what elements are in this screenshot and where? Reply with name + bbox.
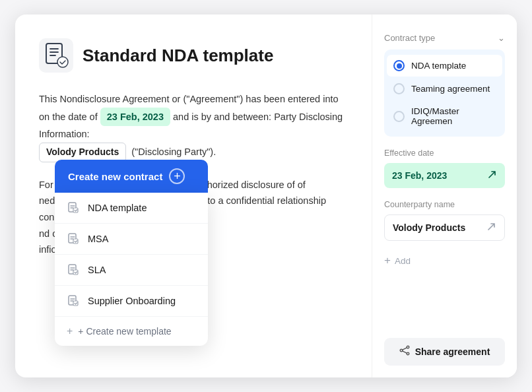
contract-type-section: Contract type ⌄ NDA template Teaming agr… — [384, 33, 505, 137]
contract-type-label: Contract type — [384, 33, 435, 43]
item-label-supplier: Supplier Onboarding — [88, 296, 176, 306]
create-template-label: + Create new template — [78, 326, 171, 337]
counterparty-section: Counterparty name Volody Products — [384, 200, 505, 241]
svg-rect-6 — [73, 239, 78, 244]
doc-icon-msa — [67, 232, 80, 245]
dropdown-item-supplier[interactable]: Supplier Onboarding — [55, 286, 208, 317]
create-new-template-button[interactable]: + + Create new template — [55, 317, 208, 346]
add-plus-icon: + — [384, 254, 391, 267]
doc-icon-supplier — [67, 294, 80, 308]
right-panel: Contract type ⌄ NDA template Teaming agr… — [372, 15, 517, 377]
effective-date-section: Effective date 23 Feb, 2023 — [384, 148, 505, 188]
chevron-down-icon[interactable]: ⌄ — [498, 33, 505, 43]
radio-button-teaming — [393, 83, 405, 94]
dropdown-menu: NDA template MSA SLA — [55, 193, 208, 346]
trigger-label: Create new contract — [68, 171, 162, 182]
radio-teaming-agreement[interactable]: Teaming agreement — [387, 78, 502, 100]
share-button-label: Share agreement — [415, 346, 490, 357]
effective-date-field[interactable]: 23 Feb, 2023 — [384, 163, 505, 188]
left-panel: Standard NDA template This Nondisclosure… — [15, 15, 372, 377]
date-chip: 23 Feb, 2023 — [100, 108, 170, 127]
add-label: Add — [395, 256, 411, 266]
radio-idiq[interactable]: IDIQ/Master Agreemen — [387, 101, 502, 131]
counterparty-value: Volody Products — [393, 222, 465, 233]
doc-icon-sla — [67, 263, 80, 277]
add-row[interactable]: + Add — [384, 253, 505, 269]
app-container: Standard NDA template This Nondisclosure… — [0, 0, 532, 392]
radio-button-nda — [393, 60, 405, 71]
share-agreement-button[interactable]: Share agreement — [384, 338, 505, 366]
svg-rect-10 — [73, 301, 78, 306]
dropdown-item-nda[interactable]: NDA template — [55, 193, 208, 224]
radio-label-nda: NDA template — [411, 61, 466, 71]
radio-nda-template[interactable]: NDA template — [387, 55, 502, 77]
doc-header: Standard NDA template — [39, 38, 348, 73]
plus-small-icon: + — [67, 325, 73, 337]
counterparty-label: Counterparty name — [384, 200, 505, 209]
item-label-msa: MSA — [88, 234, 108, 244]
radio-list: NDA template Teaming agreement IDIQ/Mast… — [384, 49, 505, 137]
doc-icon-nda — [67, 201, 80, 214]
svg-rect-4 — [73, 208, 78, 212]
disclosing-party: ("Disclosing Party"). — [131, 147, 216, 157]
item-label-sla: SLA — [88, 265, 106, 275]
item-label-nda: NDA template — [88, 203, 147, 213]
radio-button-idiq — [393, 111, 405, 122]
page-title: Standard NDA template — [83, 46, 273, 66]
effective-date-label: Effective date — [384, 148, 505, 158]
effective-date-value: 23 Feb, 2023 — [392, 170, 447, 181]
counterparty-field[interactable]: Volody Products — [384, 214, 505, 241]
plus-icon: + — [169, 168, 185, 184]
dropdown-item-msa[interactable]: MSA — [55, 224, 208, 255]
dropdown-container: Create new contract + NDA template — [55, 160, 208, 346]
svg-point-2 — [57, 57, 68, 67]
radio-inner-nda — [397, 63, 402, 69]
document-icon — [39, 38, 73, 73]
external-link-icon-date — [487, 170, 497, 181]
radio-label-idiq: IDIQ/Master Agreemen — [411, 106, 496, 126]
share-icon — [399, 345, 410, 358]
radio-label-teaming: Teaming agreement — [411, 84, 490, 94]
contract-type-header: Contract type ⌄ — [384, 33, 505, 43]
main-card: Standard NDA template This Nondisclosure… — [15, 15, 517, 377]
svg-rect-8 — [73, 270, 78, 275]
dropdown-item-sla[interactable]: SLA — [55, 255, 208, 286]
external-link-icon-counterparty — [486, 222, 496, 234]
create-new-contract-button[interactable]: Create new contract + — [55, 160, 208, 193]
